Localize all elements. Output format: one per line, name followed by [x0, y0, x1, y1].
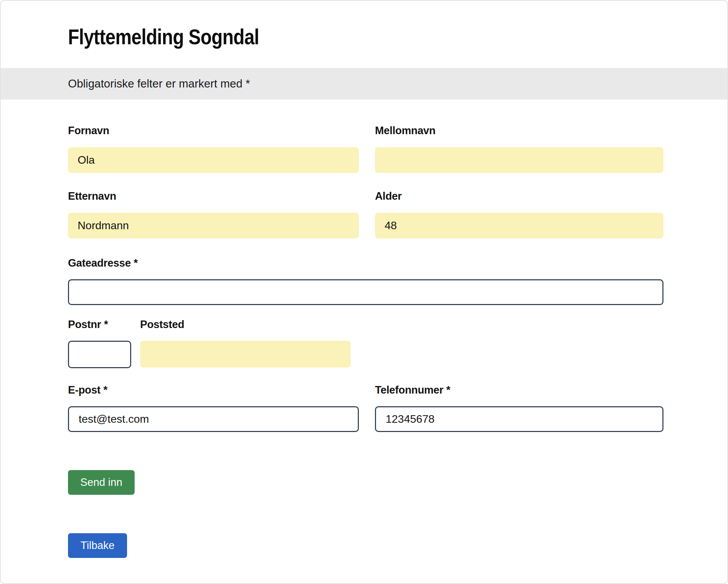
page-title-text: Flyttemelding Sogndal	[68, 25, 259, 49]
required-note-bar: Obligatoriske felter er markert med *	[1, 68, 727, 100]
telefonnumer-input[interactable]	[375, 406, 663, 432]
page-title: Flyttemelding Sogndal	[68, 25, 293, 49]
telefonnumer-label: Telefonnumer *	[375, 384, 450, 396]
fornavn-label: Fornavn	[68, 125, 109, 137]
etternavn-input[interactable]	[68, 213, 359, 238]
epost-label: E-post *	[68, 384, 107, 396]
epost-input[interactable]	[68, 406, 359, 432]
postnr-input[interactable]	[68, 341, 131, 368]
alder-input[interactable]	[375, 213, 663, 238]
tilbake-button[interactable]: Tilbake	[68, 533, 127, 558]
gateadresse-input[interactable]	[68, 279, 663, 305]
mellomnavn-input[interactable]	[375, 147, 663, 173]
poststed-label: Poststed	[140, 318, 184, 331]
postnr-label: Postnr *	[68, 318, 108, 331]
fornavn-input[interactable]	[68, 147, 359, 173]
etternavn-label: Etternavn	[68, 190, 116, 202]
send-inn-button[interactable]: Send inn	[68, 470, 135, 495]
gateadresse-label: Gateadresse *	[68, 257, 138, 269]
poststed-input[interactable]	[140, 341, 351, 367]
form-page: Flyttemelding Sogndal Obligatoriske felt…	[0, 0, 728, 584]
alder-label: Alder	[375, 190, 402, 202]
mellomnavn-label: Mellomnavn	[375, 125, 435, 137]
required-note: Obligatoriske felter er markert med *	[68, 68, 250, 100]
